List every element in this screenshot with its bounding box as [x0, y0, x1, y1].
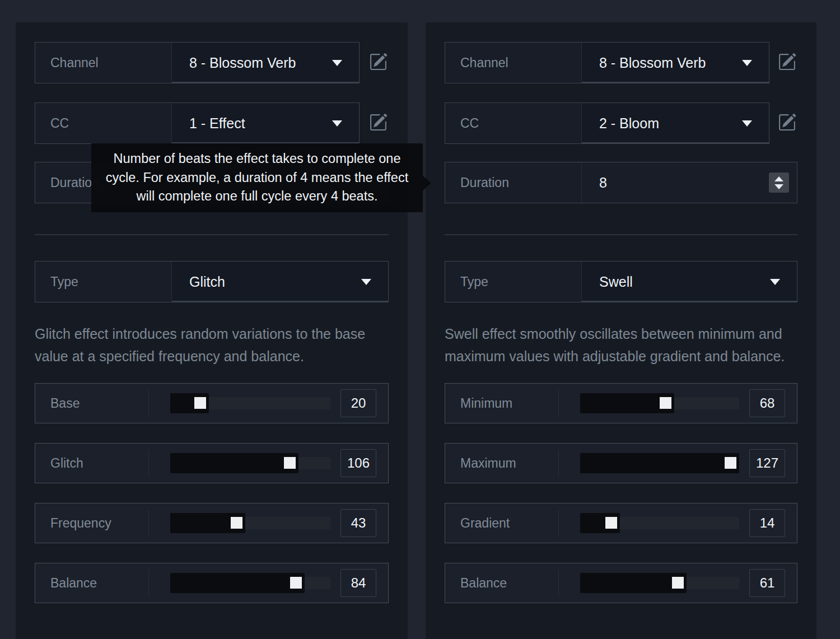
slider-thumb[interactable] [605, 517, 617, 529]
slider-track[interactable] [170, 397, 330, 409]
channel-select[interactable]: 8 - Blossom Verb [172, 43, 359, 83]
slider-label: Maximum [445, 456, 558, 471]
slider-value: 43 [340, 509, 376, 537]
effect-description: Swell effect smoothly oscillates between… [445, 323, 797, 367]
section-divider [35, 234, 389, 235]
effects-page: Channel 8 - Blossom Verb CC 1 - Effect [0, 0, 840, 639]
channel-label: Channel [35, 43, 171, 83]
step-up-icon [774, 176, 783, 181]
slider-value: 61 [749, 569, 785, 597]
edit-pencil-square-icon [778, 53, 796, 73]
slider-label: Gradient [445, 516, 558, 531]
type-value: Glitch [189, 274, 225, 290]
type-value: Swell [599, 274, 633, 290]
slider-value: 20 [340, 389, 376, 417]
slider-row-base: Base 20 [35, 383, 389, 423]
slider-row-balance: Balance 61 [445, 563, 797, 603]
chevron-down-icon [742, 120, 752, 127]
type-row: Type Glitch [35, 261, 389, 302]
slider-label: Glitch [35, 456, 148, 471]
slider-row-maximum: Maximum 127 [445, 443, 797, 483]
cc-row: CC 1 - Effect [35, 102, 360, 144]
channel-value: 8 - Blossom Verb [189, 55, 296, 71]
slider-label: Minimum [445, 396, 558, 411]
duration-row: Duration 8 [445, 162, 797, 203]
duration-label: Duration [445, 162, 581, 203]
chevron-down-icon [332, 60, 342, 66]
slider-thumb[interactable] [660, 397, 671, 409]
chevron-down-icon [332, 120, 342, 127]
type-select[interactable]: Swell [582, 262, 797, 302]
step-down-icon [774, 184, 783, 189]
channel-row: Channel 8 - Blossom Verb [35, 42, 360, 83]
slider-value: 84 [340, 569, 376, 597]
slider-row-frequency: Frequency 43 [35, 503, 389, 543]
type-select[interactable]: Glitch [172, 262, 388, 302]
slider-thumb[interactable] [725, 457, 736, 469]
slider-thumb[interactable] [194, 397, 206, 409]
edit-pencil-square-icon [369, 113, 388, 133]
edit-cc-button[interactable] [776, 113, 797, 134]
tooltip-arrow-icon [422, 175, 431, 191]
cc-select[interactable]: 1 - Effect [172, 103, 359, 143]
channel-label: Channel [445, 43, 581, 83]
effect-panel-left: Channel 8 - Blossom Verb CC 1 - Effect [16, 22, 408, 639]
slider-thumb[interactable] [284, 457, 296, 469]
slider-value: 14 [749, 509, 785, 537]
slider-row-glitch: Glitch 106 [35, 443, 389, 483]
duration-stepper[interactable] [769, 172, 789, 193]
slider-row-balance: Balance 84 [35, 563, 389, 603]
slider-row-minimum: Minimum 68 [445, 383, 797, 423]
slider-track[interactable] [580, 457, 739, 469]
cc-value: 1 - Effect [189, 115, 245, 132]
channel-select[interactable]: 8 - Blossom Verb [582, 43, 769, 83]
slider-fill [170, 573, 305, 593]
slider-value: 127 [749, 449, 785, 477]
slider-fill [170, 453, 298, 473]
channel-row: Channel 8 - Blossom Verb [445, 42, 769, 83]
slider-thumb[interactable] [231, 517, 242, 529]
slider-track[interactable] [170, 517, 330, 529]
slider-track[interactable] [580, 517, 739, 529]
slider-row-gradient: Gradient 14 [445, 503, 797, 543]
duration-input[interactable]: 8 [582, 162, 797, 203]
slider-track[interactable] [170, 457, 330, 469]
slider-label: Base [35, 396, 148, 411]
slider-value: 106 [340, 449, 376, 477]
type-row: Type Swell [445, 261, 797, 302]
tooltip-text: Number of beats the effect takes to comp… [106, 151, 408, 203]
edit-cc-button[interactable] [367, 113, 389, 134]
type-label: Type [35, 262, 171, 302]
duration-tooltip: Number of beats the effect takes to comp… [91, 143, 423, 212]
duration-value: 8 [599, 175, 607, 191]
slider-label: Balance [35, 576, 148, 591]
slider-track[interactable] [580, 577, 739, 589]
cc-label: CC [35, 103, 171, 143]
channel-value: 8 - Blossom Verb [599, 55, 706, 71]
slider-fill [580, 453, 739, 473]
edit-channel-button[interactable] [367, 52, 389, 73]
slider-fill [580, 513, 620, 533]
type-label: Type [445, 262, 581, 302]
effect-description: Glitch effect introduces random variatio… [35, 323, 389, 367]
chevron-down-icon [770, 279, 780, 285]
slider-track[interactable] [170, 577, 330, 589]
slider-thumb[interactable] [672, 577, 684, 589]
cc-select[interactable]: 2 - Bloom [582, 103, 769, 143]
slider-fill [580, 573, 687, 593]
slider-value: 68 [749, 389, 785, 417]
slider-label: Balance [445, 576, 558, 591]
slider-label: Frequency [35, 516, 148, 531]
effect-panel-right: Channel 8 - Blossom Verb CC 2 - Bloom [426, 22, 816, 639]
slider-thumb[interactable] [290, 577, 302, 589]
cc-label: CC [445, 103, 581, 143]
cc-row: CC 2 - Bloom [445, 102, 769, 144]
cc-value: 2 - Bloom [599, 115, 659, 132]
slider-fill [580, 393, 674, 413]
chevron-down-icon [361, 279, 371, 285]
slider-fill [170, 513, 245, 533]
slider-fill [170, 393, 209, 413]
slider-track[interactable] [580, 397, 739, 409]
section-divider [445, 234, 797, 235]
edit-channel-button[interactable] [776, 52, 797, 73]
